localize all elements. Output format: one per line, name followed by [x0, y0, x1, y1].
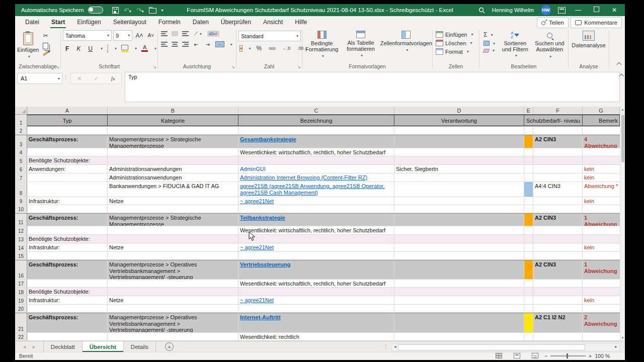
- cell-C4[interactable]: Wesentlichkeit: wirtschaftlich, rechtlic…: [238, 148, 394, 156]
- cell-G12[interactable]: [583, 226, 620, 234]
- cell-F9[interactable]: [533, 197, 583, 205]
- align-left-icon[interactable]: [161, 42, 168, 47]
- orientation-icon[interactable]: ⟋▾: [193, 31, 203, 37]
- borders-icon[interactable]: [107, 45, 108, 52]
- zoom-out-icon[interactable]: −: [544, 353, 547, 359]
- cell-B7[interactable]: Administrationsanwendungen: [108, 173, 238, 182]
- cell-D21[interactable]: [394, 313, 524, 332]
- font-color-button[interactable]: A: [141, 45, 148, 52]
- merge-dropdown-icon[interactable]: ▾: [230, 42, 232, 47]
- cell-E20[interactable]: [524, 305, 533, 312]
- vertical-scrollbar[interactable]: ▲ ▼: [620, 107, 625, 341]
- cell-A21[interactable]: Geschäftsprozess:: [27, 313, 108, 332]
- cell-A17[interactable]: [27, 280, 108, 287]
- cell-B5[interactable]: [108, 156, 238, 164]
- scroll-right-icon[interactable]: ►: [614, 345, 618, 348]
- data-analysis-button[interactable]: Datenanalyse: [569, 28, 609, 48]
- row-header-16[interactable]: 16: [15, 260, 27, 279]
- cell-C21[interactable]: Internet-Auftritt: [238, 313, 394, 332]
- sheet-tab-übersicht[interactable]: Übersicht: [83, 341, 124, 352]
- align-right-icon[interactable]: [182, 42, 189, 47]
- cell-F2[interactable]: [533, 127, 583, 134]
- cell-B11[interactable]: Managementprozesse > Strategische Manage…: [108, 214, 238, 226]
- cell-C17[interactable]: Wesentlichkeit: wirtschaftlich, rechtlic…: [238, 280, 394, 287]
- cell-D3[interactable]: [394, 135, 524, 148]
- cell-A2[interactable]: [27, 127, 108, 134]
- font-color-dropdown-icon[interactable]: ▾: [154, 46, 156, 51]
- cell-C3[interactable]: Gesamtbankstrategie: [238, 135, 394, 148]
- cell-F22[interactable]: [533, 333, 583, 340]
- autosum-button[interactable]: Σ▾: [484, 31, 495, 38]
- row-header-4[interactable]: 4: [15, 148, 27, 156]
- cell-G5[interactable]: [583, 156, 620, 164]
- cell-D22[interactable]: [394, 333, 524, 340]
- cell-F8[interactable]: A4:4 CIN3: [533, 182, 583, 197]
- row-header-14[interactable]: 14: [15, 243, 27, 251]
- row-header-22[interactable]: 22: [15, 333, 27, 340]
- share-button[interactable]: Teilen: [537, 17, 569, 28]
- zoom-slider[interactable]: [550, 355, 586, 356]
- cell-C13[interactable]: [238, 235, 394, 243]
- cell-C6[interactable]: AdminGUI: [238, 165, 394, 173]
- cell-E1[interactable]: Schutzbedarf/- niveau: [524, 115, 583, 126]
- cell-E4[interactable]: [524, 148, 533, 156]
- cell-C18[interactable]: [238, 288, 394, 296]
- cell-F3[interactable]: A2 CIN3: [533, 135, 583, 148]
- cell-A10[interactable]: [27, 205, 108, 213]
- collapse-ribbon-icon[interactable]: [617, 62, 622, 67]
- cell-D10[interactable]: [394, 205, 524, 213]
- underline-dropdown-icon[interactable]: ▾: [101, 46, 103, 51]
- cell-F12[interactable]: [533, 226, 583, 234]
- row-header-5[interactable]: 5: [15, 156, 27, 164]
- number-format-combo[interactable]: Standard▾: [238, 31, 301, 41]
- cell-G20[interactable]: [583, 305, 620, 312]
- cell-E5[interactable]: [524, 156, 533, 164]
- cell-D16[interactable]: [394, 260, 524, 279]
- cell-styles-button[interactable]: Zellenformatvorlagen ▾: [380, 31, 432, 58]
- cell-G22[interactable]: [583, 333, 620, 340]
- scroll-left-icon[interactable]: ◄: [393, 345, 397, 348]
- cell-F7[interactable]: [533, 173, 583, 182]
- cell-A5[interactable]: Benötigte Schutzobjekte:: [27, 156, 108, 164]
- cell-D8[interactable]: [394, 182, 524, 197]
- cell-G16[interactable]: 1 Abweichung: [583, 260, 620, 279]
- name-box-dropdown-icon[interactable]: ▾: [58, 76, 60, 81]
- col-header-C[interactable]: C: [238, 107, 394, 114]
- page-break-view-icon[interactable]: [532, 353, 538, 358]
- cell-D17[interactable]: [394, 280, 524, 287]
- cell-A1[interactable]: Typ: [27, 115, 108, 126]
- cancel-icon[interactable]: ✕: [77, 75, 82, 82]
- cell-B8[interactable]: Bankanwendungen > FIDUCIA & GAD IT AG: [108, 182, 238, 197]
- minimize-button[interactable]: —: [573, 7, 584, 14]
- col-header-G[interactable]: G: [583, 107, 620, 114]
- align-center-icon[interactable]: [172, 42, 178, 47]
- cell-F21[interactable]: A2 C1 I2 N2: [533, 313, 583, 332]
- insert-cells-button[interactable]: Einfügen▾: [436, 31, 476, 38]
- accounting-dropdown-icon[interactable]: ▾: [249, 46, 251, 51]
- thousands-icon[interactable]: 000: [267, 46, 277, 51]
- ribbon-display-options-icon[interactable]: [558, 7, 566, 14]
- borders-dropdown-icon[interactable]: ▾: [115, 46, 117, 51]
- cell-G2[interactable]: [583, 127, 620, 134]
- font-size-combo[interactable]: 9▾: [113, 30, 132, 41]
- cell-C5[interactable]: [238, 156, 394, 164]
- cell-D13[interactable]: [394, 235, 524, 243]
- open-folder-icon[interactable]: [149, 8, 156, 14]
- cell-A14[interactable]: Infrastruktur:: [27, 243, 108, 251]
- close-button[interactable]: ✕: [609, 7, 620, 14]
- cell-B2[interactable]: [108, 127, 238, 134]
- cell-D2[interactable]: [394, 127, 524, 134]
- font-name-combo[interactable]: Tahoma▾: [63, 30, 112, 41]
- cell-B9[interactable]: Netze: [108, 197, 238, 205]
- cell-A20[interactable]: [27, 305, 108, 312]
- cell-B10[interactable]: [108, 205, 238, 213]
- cell-D6[interactable]: Sicher, Siegbertn: [394, 165, 524, 173]
- ribbon-tab-formeln[interactable]: Formeln: [152, 17, 187, 28]
- sheetbar-splitter[interactable]: ⋮: [383, 344, 388, 349]
- scroll-down-icon[interactable]: ▼: [620, 336, 625, 339]
- conditional-formatting-button[interactable]: Bedingte Formatierung ▾: [302, 31, 341, 58]
- autosave-toggle[interactable]: [88, 7, 103, 14]
- cell-G3[interactable]: 4 Abweichung: [583, 135, 620, 148]
- cell-E21[interactable]: [524, 313, 533, 332]
- cell-A16[interactable]: Geschäftsprozess:: [27, 260, 108, 279]
